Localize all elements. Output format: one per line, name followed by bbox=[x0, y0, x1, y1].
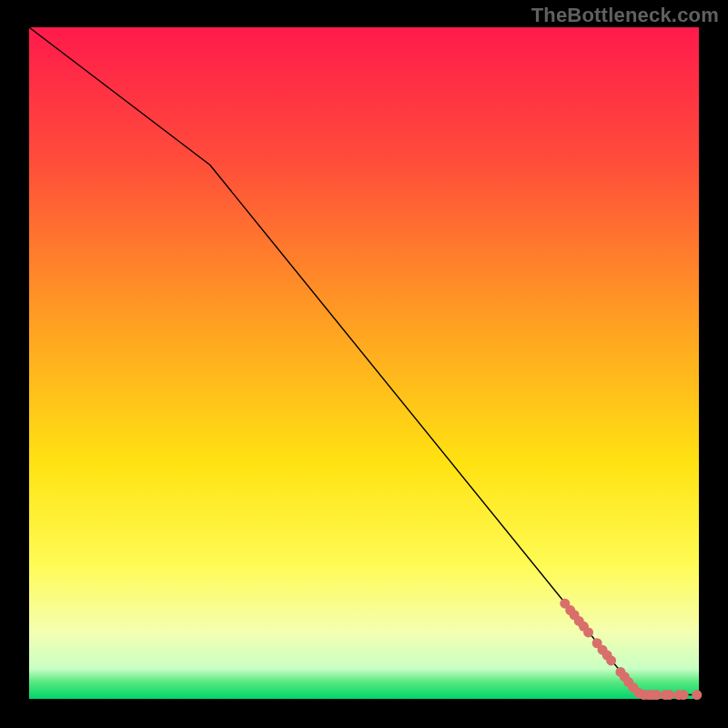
chart-stage: TheBottleneck.com bbox=[0, 0, 728, 728]
marker-point bbox=[679, 690, 689, 700]
marker-point bbox=[652, 690, 662, 700]
marker-point bbox=[606, 655, 616, 665]
watermark-label: TheBottleneck.com bbox=[531, 4, 719, 27]
marker-point bbox=[664, 690, 674, 700]
plot-background bbox=[29, 27, 699, 699]
marker-point bbox=[692, 690, 702, 700]
marker-point bbox=[583, 627, 593, 637]
chart-svg bbox=[0, 0, 728, 728]
